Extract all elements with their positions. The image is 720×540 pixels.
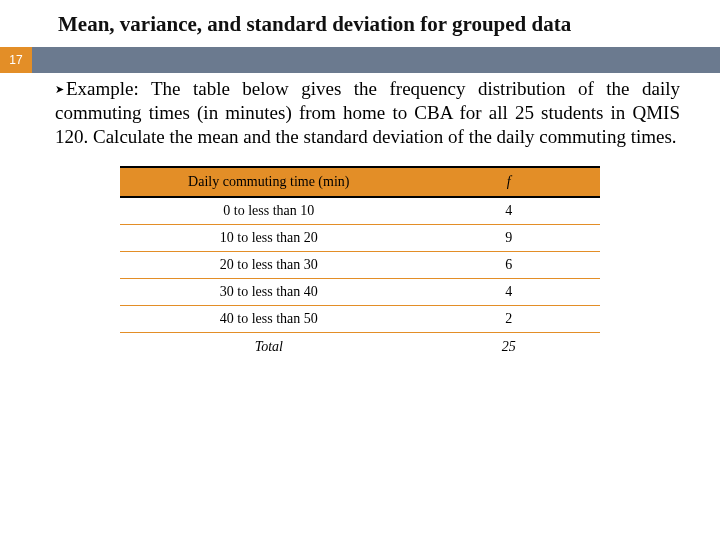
cell-range: 10 to less than 20 xyxy=(120,225,418,252)
total-label: Total xyxy=(120,333,418,361)
cell-f: 4 xyxy=(418,279,600,306)
cell-f: 6 xyxy=(418,252,600,279)
table-row: 30 to less than 40 4 xyxy=(120,279,600,306)
table-header-row: Daily commuting time (min) f xyxy=(120,167,600,197)
slide-title: Mean, variance, and standard deviation f… xyxy=(0,0,720,47)
cell-range: 0 to less than 10 xyxy=(120,197,418,225)
page-number: 17 xyxy=(0,47,32,73)
data-table: Daily commuting time (min) f 0 to less t… xyxy=(120,166,600,360)
example-text: The table below gives the frequency dist… xyxy=(55,78,680,147)
slide: Mean, variance, and standard deviation f… xyxy=(0,0,720,540)
table-row: 10 to less than 20 9 xyxy=(120,225,600,252)
body-text: ➤Example: The table below gives the freq… xyxy=(0,73,720,148)
bullet-icon: ➤ xyxy=(55,83,64,95)
cell-f: 2 xyxy=(418,306,600,333)
table-row: 20 to less than 30 6 xyxy=(120,252,600,279)
table-row: 40 to less than 50 2 xyxy=(120,306,600,333)
table-total-row: Total 25 xyxy=(120,333,600,361)
cell-f: 9 xyxy=(418,225,600,252)
total-value: 25 xyxy=(418,333,600,361)
cell-range: 30 to less than 40 xyxy=(120,279,418,306)
data-table-wrap: Daily commuting time (min) f 0 to less t… xyxy=(120,166,600,360)
header-bar: 17 xyxy=(0,47,720,73)
header-bar-fill xyxy=(32,47,720,73)
cell-range: 20 to less than 30 xyxy=(120,252,418,279)
example-label: Example: xyxy=(66,78,139,99)
table-row: 0 to less than 10 4 xyxy=(120,197,600,225)
cell-f: 4 xyxy=(418,197,600,225)
col-header-f: f xyxy=(418,167,600,197)
col-header-range: Daily commuting time (min) xyxy=(120,167,418,197)
cell-range: 40 to less than 50 xyxy=(120,306,418,333)
